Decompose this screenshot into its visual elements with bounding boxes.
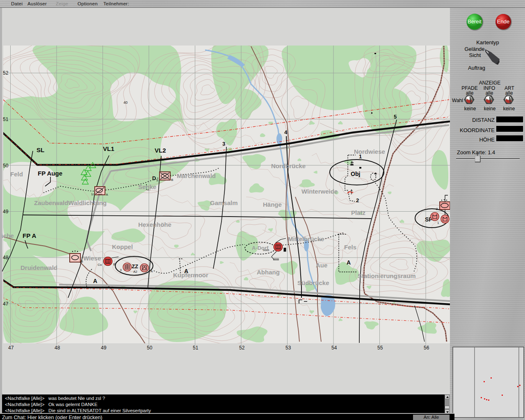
svg-text:Nordbrücke: Nordbrücke — [271, 162, 306, 169]
svg-text:Druidenwald: Druidenwald — [21, 264, 57, 271]
svg-text:KOORDINATE: KOORDINATE — [460, 127, 495, 133]
svg-text:Obj: Obj — [351, 171, 360, 177]
svg-text:Mittelbrücke: Mittelbrücke — [288, 235, 324, 242]
svg-text:49: 49 — [101, 345, 107, 351]
svg-text:Gamsalm: Gamsalm — [210, 199, 238, 206]
svg-text:50: 50 — [3, 163, 9, 169]
svg-text:49: 49 — [3, 209, 9, 215]
svg-text:56: 56 — [424, 345, 429, 351]
svg-text:Feld: Feld — [10, 171, 23, 178]
svg-text:HÖHE: HÖHE — [479, 137, 495, 143]
svg-text:Kupfermoor: Kupfermoor — [173, 272, 208, 278]
svg-text:D: D — [152, 175, 156, 181]
svg-text:A: A — [347, 259, 351, 266]
svg-text:Winterweide: Winterweide — [301, 188, 338, 195]
svg-text:5: 5 — [394, 114, 397, 120]
svg-text:FP Auge: FP Auge — [38, 170, 62, 177]
svg-text:3: 3 — [120, 268, 122, 272]
svg-text:VL2: VL2 — [155, 147, 166, 154]
svg-text:Wahl: Wahl — [452, 98, 463, 103]
svg-text:Co: Co — [98, 263, 102, 267]
svg-text:47: 47 — [3, 301, 9, 307]
svg-text:55: 55 — [377, 345, 383, 351]
svg-text:Kartentyp: Kartentyp — [476, 39, 499, 46]
svg-text:Platz: Platz — [351, 209, 365, 216]
svg-text:5: 5 — [156, 178, 158, 182]
svg-text:53: 53 — [285, 345, 291, 351]
svg-text:48: 48 — [55, 345, 60, 351]
svg-text:keine: keine — [464, 106, 476, 112]
svg-text:alle: alle — [466, 90, 474, 96]
svg-text:Ende: Ende — [497, 18, 509, 25]
svg-text:Fels: Fels — [344, 244, 356, 251]
svg-text:A: A — [93, 278, 97, 284]
svg-text:A-Dorf: A-Dorf — [252, 245, 269, 251]
svg-text:1/: 1/ — [91, 192, 94, 196]
svg-text:keine: keine — [503, 106, 515, 112]
svg-text:Stationierungsraum: Stationierungsraum — [358, 272, 416, 279]
svg-text:2: 2 — [436, 207, 438, 211]
svg-text:3: 3 — [222, 141, 225, 147]
svg-text:A: A — [106, 193, 108, 196]
svg-text:alle: alle — [505, 90, 513, 96]
svg-text:40: 40 — [123, 100, 128, 105]
svg-text:Zoom Karte: 1.4: Zoom Karte: 1.4 — [457, 149, 495, 155]
svg-text:1: 1 — [359, 153, 362, 160]
svg-text:52: 52 — [239, 345, 245, 351]
svg-text:DISTANZ: DISTANZ — [472, 117, 495, 123]
svg-text:B: B — [113, 262, 115, 266]
svg-text:ooo: ooo — [98, 193, 103, 195]
svg-text:Gelände: Gelände — [464, 46, 484, 52]
svg-text:A: A — [184, 268, 188, 274]
svg-text:Aue: Aue — [316, 262, 327, 269]
svg-text:VL1: VL1 — [103, 145, 114, 152]
svg-text:Abhang: Abhang — [257, 269, 280, 276]
svg-text:A2: A2 — [133, 270, 137, 274]
svg-text:Bereit: Bereit — [468, 18, 482, 25]
svg-text:1: 1 — [437, 221, 439, 225]
svg-text:48: 48 — [3, 255, 9, 260]
svg-text:Südbrücke: Südbrücke — [297, 279, 329, 286]
svg-text:Auftrag: Auftrag — [468, 65, 485, 71]
svg-text:keine: keine — [484, 106, 496, 112]
svg-text:Sicht: Sicht — [469, 52, 481, 58]
svg-text:B: B — [171, 178, 173, 182]
svg-text:Fläche: Fläche — [2, 232, 14, 239]
svg-text:2: 2 — [356, 197, 359, 203]
svg-text:A: A — [151, 269, 153, 273]
svg-text:50: 50 — [147, 345, 153, 351]
svg-text:ANZEIGE: ANZEIGE — [479, 80, 501, 86]
svg-text:FP A: FP A — [23, 232, 37, 239]
svg-text:51: 51 — [3, 116, 9, 122]
svg-text:Hänge: Hänge — [263, 201, 282, 208]
svg-text:ZauberwaldWaldlichtung: ZauberwaldWaldlichtung — [34, 199, 107, 206]
svg-text:ZZ: ZZ — [132, 263, 138, 269]
svg-text:52: 52 — [3, 70, 9, 76]
svg-text:47: 47 — [8, 345, 14, 351]
svg-text:Hexenhöhe: Hexenhöhe — [138, 221, 171, 228]
svg-text:Koppel: Koppel — [112, 243, 133, 250]
svg-text:Senke: Senke — [138, 183, 156, 190]
svg-text:B: B — [81, 260, 83, 263]
svg-text:4: 4 — [284, 129, 288, 135]
svg-text:54: 54 — [331, 345, 337, 351]
svg-text:alle: alle — [486, 90, 493, 96]
svg-text:Wiese: Wiese — [83, 255, 101, 262]
svg-text:SL: SL — [37, 146, 44, 153]
svg-text:Märchenwald: Märchenwald — [177, 172, 216, 179]
svg-text:51: 51 — [193, 345, 199, 351]
